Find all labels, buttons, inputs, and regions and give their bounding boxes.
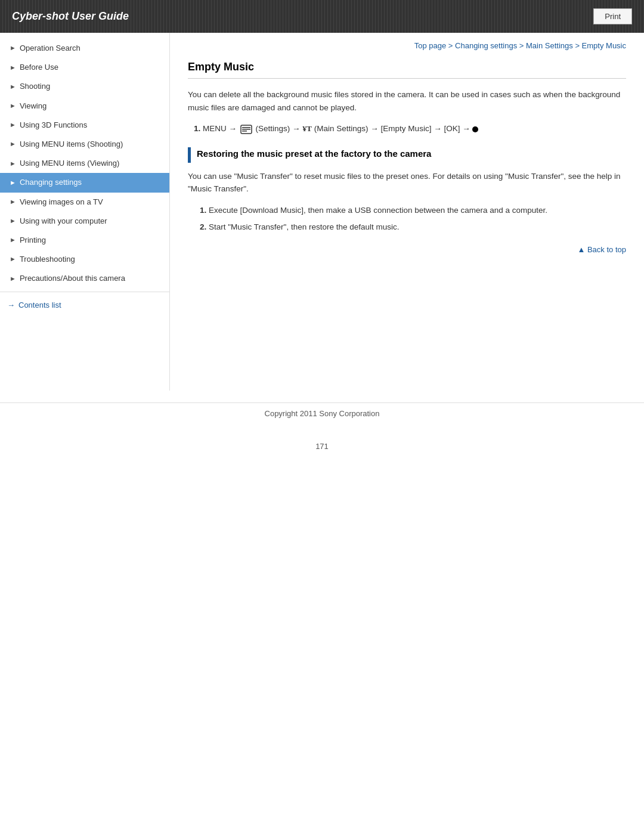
page-number: 171: [0, 424, 644, 463]
sidebar-item-using-computer[interactable]: ► Using with your computer: [0, 212, 169, 231]
arrow-icon: ►: [10, 159, 16, 168]
breadcrumb-top-page[interactable]: Top page: [414, 41, 447, 50]
back-to-top[interactable]: ▲ Back to top: [188, 245, 626, 254]
triangle-up-icon: ▲: [577, 245, 585, 254]
breadcrumb-sep2: >: [519, 41, 526, 50]
sidebar-item-viewing-tv[interactable]: ► Viewing images on a TV: [0, 193, 169, 212]
print-button[interactable]: Print: [593, 8, 632, 24]
arrow-icon: ►: [10, 274, 16, 283]
arrow-icon: ►: [10, 140, 16, 148]
arrow-icon: ►: [10, 101, 16, 110]
section-heading: Restoring the music preset at the factor…: [188, 147, 626, 163]
main-settings-icon: ¥T: [302, 124, 312, 133]
sidebar-item-printing[interactable]: ► Printing: [0, 231, 169, 250]
sidebar-item-troubleshooting[interactable]: ► Troubleshooting: [0, 250, 169, 269]
sidebar: ► Operation Search ► Before Use ► Shooti…: [0, 33, 170, 391]
sidebar-item-viewing[interactable]: ► Viewing: [0, 97, 169, 116]
arrow-right-icon: →: [7, 301, 15, 309]
back-to-top-label: Back to top: [587, 245, 626, 254]
copyright-text: Copyright 2011 Sony Corporation: [265, 409, 380, 418]
arrow-icon: ►: [10, 255, 16, 264]
breadcrumb-sep1: >: [448, 41, 455, 50]
sidebar-item-menu-shooting[interactable]: ► Using MENU items (Shooting): [0, 135, 169, 154]
arrow-icon: ►: [10, 236, 16, 244]
section-intro: You can use "Music Transfer" to reset mu…: [188, 170, 626, 196]
page-title: Empty Music: [188, 61, 626, 79]
step-2-text: Start "Music Transfer", then restore the…: [209, 222, 399, 231]
sidebar-item-operation-search[interactable]: ► Operation Search: [0, 39, 169, 58]
sidebar-item-changing-settings[interactable]: ► Changing settings: [0, 173, 169, 192]
sidebar-divider: [0, 292, 169, 292]
sidebar-item-3d-functions[interactable]: ► Using 3D Functions: [0, 116, 169, 135]
main-content: Top page > Changing settings > Main Sett…: [170, 33, 644, 391]
arrow-icon: ►: [10, 63, 16, 72]
menu-step: 1. MENU → (Settings) → ¥T (Main Settings…: [194, 122, 626, 135]
arrow-icon: ►: [10, 216, 16, 225]
arrow-icon: ►: [10, 82, 16, 91]
step-item-2: 2. Start "Music Transfer", then restore …: [200, 221, 626, 234]
footer: Copyright 2011 Sony Corporation: [0, 402, 644, 424]
step-item-1: 1. Execute [Download Music], then make a…: [200, 204, 626, 217]
arrow-icon: ►: [10, 44, 16, 52]
header: Cyber-shot User Guide Print: [0, 0, 644, 33]
steps-list: 1. Execute [Download Music], then make a…: [200, 204, 626, 233]
breadcrumb-sep3: >: [575, 41, 581, 50]
breadcrumb-empty-music[interactable]: Empty Music: [582, 41, 626, 50]
arrow-icon: ►: [10, 120, 16, 129]
sidebar-item-shooting[interactable]: ► Shooting: [0, 77, 169, 96]
settings-icon: [240, 125, 252, 134]
step-1-text: Execute [Download Music], then make a US…: [209, 206, 547, 215]
svg-rect-3: [242, 131, 247, 132]
breadcrumb-changing-settings[interactable]: Changing settings: [455, 41, 517, 50]
main-layout: ► Operation Search ► Before Use ► Shooti…: [0, 33, 644, 391]
svg-rect-1: [242, 127, 250, 128]
intro-paragraph: You can delete all the background music …: [188, 88, 626, 114]
app-title: Cyber-shot User Guide: [12, 10, 129, 23]
breadcrumb-main-settings[interactable]: Main Settings: [526, 41, 573, 50]
circle-icon: [472, 126, 478, 132]
sidebar-item-menu-viewing[interactable]: ► Using MENU items (Viewing): [0, 154, 169, 173]
breadcrumb: Top page > Changing settings > Main Sett…: [188, 41, 626, 50]
blue-bar: [188, 147, 191, 163]
arrow-icon: ►: [10, 178, 16, 187]
sidebar-item-before-use[interactable]: ► Before Use: [0, 58, 169, 77]
sidebar-item-precautions[interactable]: ► Precautions/About this camera: [0, 269, 169, 288]
section-heading-text: Restoring the music preset at the factor…: [197, 147, 431, 160]
svg-rect-2: [242, 129, 250, 130]
contents-list-link[interactable]: → Contents list: [0, 296, 169, 314]
arrow-icon: ►: [10, 197, 16, 206]
step-number-1: 1.: [194, 124, 200, 133]
